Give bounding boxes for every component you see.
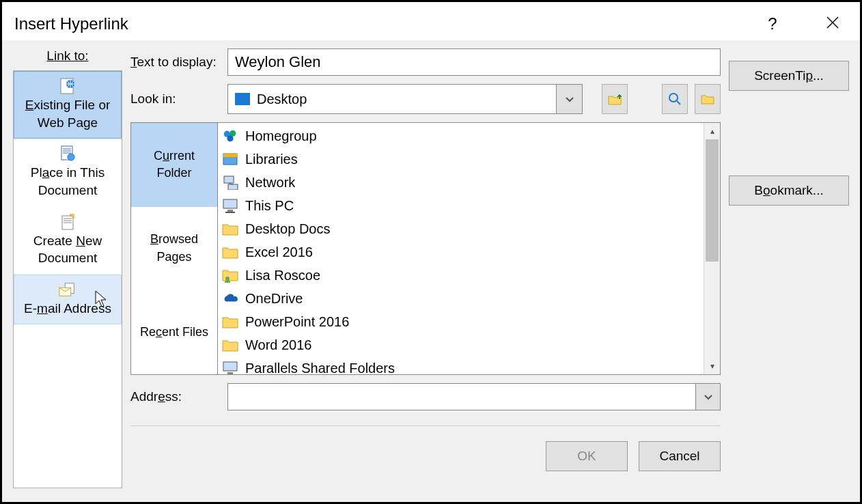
pc-icon [222, 197, 238, 214]
svg-rect-23 [225, 212, 235, 213]
folder-icon [222, 337, 238, 353]
titlebar-controls: ? [757, 14, 848, 33]
svg-rect-10 [235, 93, 250, 105]
address-label: Address: [130, 389, 221, 404]
up-one-level-button[interactable] [602, 84, 628, 114]
folder-open-icon [701, 94, 714, 104]
browse-web-button[interactable] [662, 84, 688, 114]
address-combobox[interactable] [227, 383, 721, 410]
tab-current-folder[interactable]: Current Folder [131, 123, 217, 207]
link-to-email-address[interactable]: E-mail Address [14, 275, 122, 325]
file-list-wrap: HomegroupLibrariesNetworkThis PCDesktop … [217, 123, 720, 374]
link-to-column: Link to: Existing File or Web Page Place… [13, 48, 122, 488]
browse-file-button[interactable] [695, 84, 721, 114]
ok-button[interactable]: OK [546, 441, 628, 471]
link-to-create-new-document[interactable]: Create New Document [14, 207, 122, 275]
svg-rect-22 [227, 210, 233, 212]
search-web-icon [668, 92, 682, 106]
main-column: Text to display: Look in: Desktop [130, 48, 721, 488]
address-dropdown-arrow[interactable] [695, 384, 720, 410]
look-in-label: Look in: [130, 84, 221, 114]
user-icon [222, 267, 238, 283]
scroll-up-icon[interactable]: ▴ [704, 123, 720, 139]
list-item[interactable]: Excel 2016 [222, 240, 704, 264]
new-document-icon [59, 213, 77, 231]
list-item[interactable]: Network [222, 171, 704, 194]
desktop-icon [235, 93, 250, 105]
address-row: Address: [130, 383, 721, 410]
list-item[interactable]: Word 2016 [222, 333, 704, 356]
list-item[interactable]: Libraries [222, 148, 704, 171]
svg-point-11 [669, 94, 678, 102]
look-in-display: Desktop [228, 85, 556, 113]
svg-rect-18 [224, 176, 234, 183]
link-to-existing-file[interactable]: Existing File or Web Page [14, 71, 122, 139]
file-name: PowerPoint 2016 [245, 314, 349, 330]
insert-hyperlink-dialog: Insert Hyperlink ? Link to: Existing Fil… [0, 0, 862, 504]
svg-point-5 [68, 154, 74, 160]
list-item[interactable]: This PC [222, 194, 704, 217]
tab-recent-files[interactable]: Recent Files [131, 290, 217, 374]
list-item[interactable]: PowerPoint 2016 [222, 310, 704, 333]
svg-rect-26 [227, 372, 233, 374]
cancel-button[interactable]: Cancel [639, 441, 721, 471]
list-item[interactable]: Lisa Roscoe [222, 264, 704, 287]
list-item[interactable]: Homegroup [222, 124, 704, 148]
right-column: ScreenTip... Bookmark... [729, 48, 849, 488]
svg-rect-17 [223, 154, 237, 157]
svg-line-12 [677, 101, 680, 104]
libraries-icon [222, 151, 238, 167]
screentip-button[interactable]: ScreenTip... [729, 61, 849, 91]
footer-buttons: OK Cancel [130, 441, 721, 471]
file-name: Lisa Roscoe [245, 268, 320, 283]
separator [130, 425, 721, 426]
address-input[interactable] [228, 384, 695, 410]
dialog-title: Insert Hyperlink [14, 14, 128, 33]
look-in-value: Desktop [257, 92, 307, 107]
list-item[interactable]: OneDrive [222, 287, 704, 310]
look-in-row: Look in: Desktop [130, 84, 721, 114]
chevron-down-icon [704, 392, 713, 402]
folder-up-icon [608, 93, 622, 105]
browse-tabs: Current Folder Browsed Pages Recent File… [131, 123, 217, 374]
list-item[interactable]: Desktop Docs [222, 217, 704, 240]
link-to-list: Existing File or Web Page Place in This … [13, 70, 122, 488]
pc-icon [222, 360, 238, 374]
folder-icon [222, 313, 238, 330]
scrollbar[interactable]: ▴ ▾ [704, 123, 720, 374]
file-name: OneDrive [245, 291, 303, 307]
file-name: Word 2016 [245, 337, 311, 353]
text-to-display-row: Text to display: [130, 48, 721, 76]
scroll-down-icon[interactable]: ▾ [704, 358, 720, 374]
folder-icon [222, 244, 238, 260]
dropdown-arrow[interactable] [556, 85, 582, 113]
email-icon [59, 281, 77, 298]
file-name: Excel 2016 [245, 244, 313, 260]
titlebar: Insert Hyperlink ? [2, 2, 860, 40]
link-to-label: Link to: [13, 48, 122, 64]
text-to-display-input[interactable] [227, 48, 721, 76]
link-to-place-in-document[interactable]: Place in This Document [14, 139, 122, 206]
help-button[interactable]: ? [757, 14, 788, 33]
svg-rect-21 [223, 199, 237, 208]
svg-rect-25 [223, 362, 237, 371]
list-item[interactable]: Parallels Shared Folders [222, 356, 704, 374]
scrollbar-thumb[interactable] [706, 139, 719, 262]
close-button[interactable] [818, 14, 848, 33]
close-icon [826, 16, 839, 29]
dialog-body: Link to: Existing File or Web Page Place… [2, 40, 860, 502]
tab-browsed-pages[interactable]: Browsed Pages [131, 207, 217, 291]
chevron-down-icon [565, 94, 574, 104]
file-name: Network [245, 175, 295, 191]
bookmark-button[interactable]: Bookmark... [729, 176, 849, 206]
document-target-icon [59, 145, 77, 163]
file-name: Libraries [245, 152, 298, 167]
network-icon [222, 174, 238, 191]
look-in-dropdown[interactable]: Desktop [227, 84, 583, 114]
globe-page-icon [59, 77, 77, 95]
scrollbar-track[interactable] [704, 139, 720, 358]
svg-point-15 [227, 135, 233, 141]
file-name: Desktop Docs [245, 221, 331, 237]
file-name: Parallels Shared Folders [245, 361, 395, 375]
file-list[interactable]: HomegroupLibrariesNetworkThis PCDesktop … [218, 123, 704, 374]
